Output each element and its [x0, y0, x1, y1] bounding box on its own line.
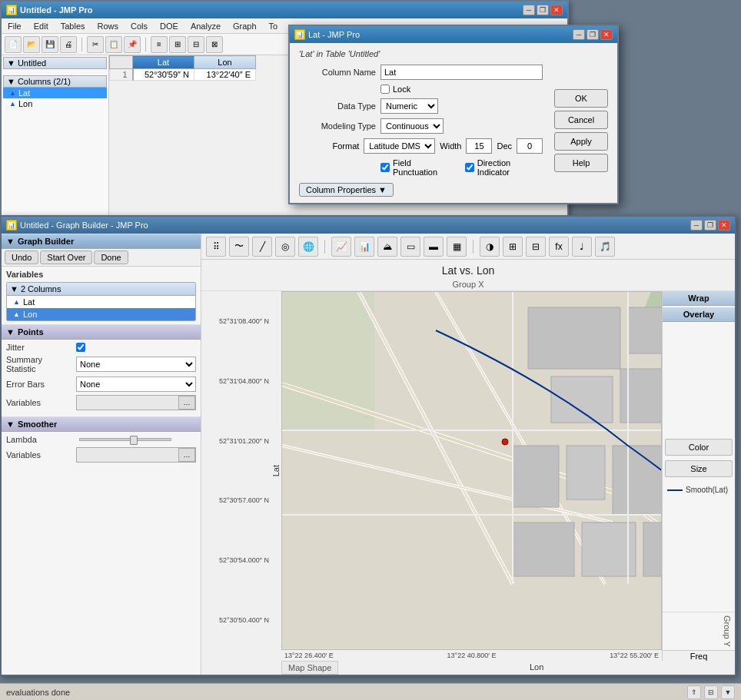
status-icon-3[interactable]: ▼: [721, 685, 735, 699]
close-button[interactable]: ✕: [550, 5, 563, 15]
scatter-icon-btn[interactable]: ⠿: [206, 237, 226, 257]
line-chart-icon-btn[interactable]: 📈: [331, 237, 351, 257]
menu-edit[interactable]: Edit: [31, 21, 52, 32]
done-button[interactable]: Done: [94, 250, 128, 264]
graph-lat-item[interactable]: ▲ Lat: [7, 296, 195, 308]
error-bars-select[interactable]: None: [76, 377, 196, 392]
untitled-triangle: ▼: [7, 58, 15, 68]
pie-icon-btn[interactable]: ◑: [480, 237, 500, 257]
points-section-header[interactable]: ▼ Points: [2, 324, 201, 340]
help-button[interactable]: Help: [554, 154, 608, 172]
graph-restore-btn[interactable]: ❐: [704, 220, 716, 231]
graph-close-btn[interactable]: ✕: [718, 220, 730, 231]
graph-builder-header[interactable]: ▼ Graph Builder: [2, 234, 201, 249]
tb-btn-extra2[interactable]: ⊞: [169, 36, 186, 53]
freq-label: Freq: [662, 650, 735, 661]
box-icon-btn[interactable]: ▭: [400, 237, 420, 257]
heat-map-icon-btn[interactable]: ▦: [447, 237, 467, 257]
histogram-icon-btn[interactable]: ▬: [424, 237, 444, 257]
start-over-button[interactable]: Start Over: [40, 250, 92, 264]
smoother-section-header[interactable]: ▼ Smoother: [2, 416, 201, 432]
smoother-section: Lambda Variables …: [2, 432, 201, 469]
status-icon-2[interactable]: ⊟: [704, 685, 718, 699]
menu-rows[interactable]: Rows: [95, 21, 122, 32]
column-name-label: Column Name: [299, 68, 376, 77]
smoother-variables-input: …: [76, 447, 196, 463]
print-btn[interactable]: 🖨: [60, 36, 77, 53]
custom-icon-btn[interactable]: ♩: [572, 237, 592, 257]
apply-button[interactable]: Apply: [554, 132, 608, 151]
line-icon-btn[interactable]: ╱: [252, 237, 272, 257]
format-select[interactable]: Latitude DMS: [364, 138, 435, 154]
jitter-checkbox[interactable]: [76, 343, 85, 352]
columns-panel-header[interactable]: ▼ Columns (2/1): [3, 75, 107, 88]
smoother-icon-btn[interactable]: 〜: [229, 237, 249, 257]
size-button[interactable]: Size: [665, 460, 733, 477]
paste-btn[interactable]: 📌: [124, 36, 141, 53]
column-name-input[interactable]: [380, 65, 543, 80]
untitled-panel-header[interactable]: ▼ Untitled: [3, 57, 107, 69]
col-lat-item[interactable]: ▲ Lat: [3, 88, 107, 98]
open-btn[interactable]: 📂: [23, 36, 40, 53]
formula-icon-btn[interactable]: fx: [549, 237, 569, 257]
lambda-slider-container: [76, 438, 196, 441]
maximize-button[interactable]: ❐: [537, 5, 549, 15]
variables-more-btn[interactable]: …: [178, 396, 195, 410]
menu-graph[interactable]: Graph: [230, 21, 260, 32]
dialog-minimize-btn[interactable]: ─: [573, 29, 585, 40]
lon-cell[interactable]: 13°22′40″ E: [194, 69, 256, 81]
column-properties-button[interactable]: Column Properties ▼: [299, 183, 394, 197]
direction-indicator-checkbox[interactable]: [465, 163, 474, 172]
tb-btn-extra4[interactable]: ⊠: [206, 36, 223, 53]
menu-file[interactable]: File: [5, 21, 25, 32]
copy-btn[interactable]: 📋: [105, 36, 122, 53]
graph-lon-item[interactable]: ▲ Lon: [7, 308, 195, 320]
columns-group-header[interactable]: ▼ 2 Columns: [7, 283, 195, 296]
color-button[interactable]: Color: [665, 439, 733, 456]
menu-analyze[interactable]: Analyze: [188, 21, 224, 32]
map-plot[interactable]: © OpenStreetMap contributors: [281, 291, 662, 650]
menu-tables[interactable]: Tables: [58, 21, 88, 32]
menu-to[interactable]: To: [266, 21, 281, 32]
col-lon-item[interactable]: ▲ Lon: [3, 98, 107, 109]
cancel-button[interactable]: Cancel: [554, 111, 608, 129]
extra-icon-btn[interactable]: 🎵: [595, 237, 615, 257]
graph-minimize-btn[interactable]: ─: [690, 220, 703, 231]
lambda-slider[interactable]: [79, 438, 171, 441]
save-btn[interactable]: 💾: [42, 36, 58, 53]
lat-cell[interactable]: 52°30′59″ N: [133, 69, 194, 81]
contour-icon-btn[interactable]: ◎: [275, 237, 295, 257]
dec-input[interactable]: [517, 138, 543, 154]
ok-button[interactable]: OK: [554, 89, 608, 108]
y-tick-1: 52°31′08.400″ N: [203, 317, 269, 325]
format-label: Format: [299, 141, 359, 151]
cut-btn[interactable]: ✂: [87, 36, 104, 53]
field-punctuation-checkbox[interactable]: [380, 163, 390, 172]
minimize-button[interactable]: ─: [523, 5, 535, 15]
width-input[interactable]: [466, 138, 492, 154]
summary-statistic-select[interactable]: None: [76, 357, 196, 372]
parallel-icon-btn[interactable]: ⊟: [526, 237, 546, 257]
bar-chart-icon-btn[interactable]: 📊: [354, 237, 374, 257]
lat-column-header[interactable]: Lat: [133, 56, 194, 69]
dialog-close-btn[interactable]: ✕: [600, 29, 613, 40]
lambda-handle[interactable]: [130, 436, 138, 445]
tb-btn-extra3[interactable]: ⊟: [188, 36, 204, 53]
menu-cols[interactable]: Cols: [128, 21, 151, 32]
lock-checkbox[interactable]: [380, 85, 390, 94]
treemap-icon-btn[interactable]: ⊞: [503, 237, 523, 257]
map-shape-icon-btn[interactable]: 🌐: [298, 237, 318, 257]
tb-btn-extra1[interactable]: ≡: [151, 36, 168, 53]
menu-doe[interactable]: DOE: [157, 21, 181, 32]
modeling-type-select[interactable]: Continuous Ordinal Nominal: [380, 118, 444, 134]
dialog-restore-btn[interactable]: ❐: [586, 29, 599, 40]
smoother-more-btn[interactable]: …: [178, 448, 195, 462]
x-tick-1: 13°22 26.400′ E: [284, 652, 334, 659]
map-svg: © OpenStreetMap contributors: [282, 292, 661, 649]
status-icon-1[interactable]: ⇑: [687, 685, 701, 699]
area-icon-btn[interactable]: ⛰: [377, 237, 397, 257]
lon-column-header[interactable]: Lon: [194, 56, 256, 69]
undo-button[interactable]: Undo: [5, 250, 38, 264]
data-type-select[interactable]: Numeric Character: [380, 98, 438, 114]
new-btn[interactable]: 📄: [5, 36, 22, 53]
